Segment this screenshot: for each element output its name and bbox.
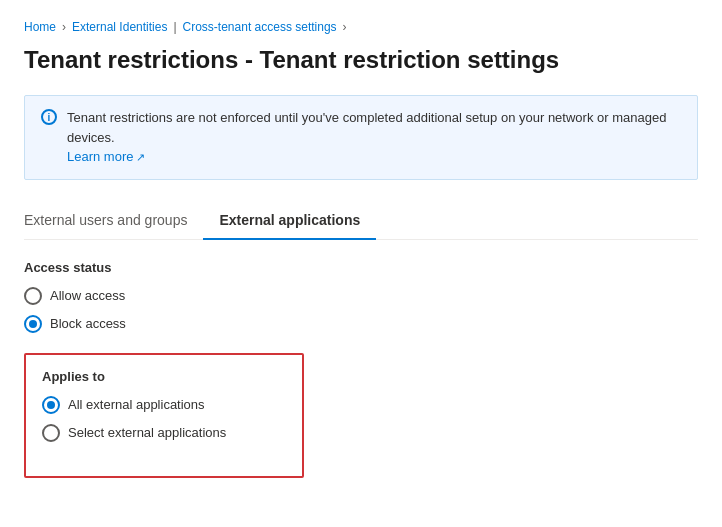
applies-to-radio-group: All external applications Select externa… xyxy=(42,396,286,442)
select-external-apps-label: Select external applications xyxy=(68,425,226,440)
access-status-radio-group: Allow access Block access xyxy=(24,287,698,333)
breadcrumb-external-identities[interactable]: External Identities xyxy=(72,20,167,34)
breadcrumb-separator-1: › xyxy=(62,20,66,34)
breadcrumb-separator-2: › xyxy=(343,20,347,34)
tab-external-users[interactable]: External users and groups xyxy=(24,204,203,240)
block-access-option[interactable]: Block access xyxy=(24,315,698,333)
applies-to-label: Applies to xyxy=(42,369,286,384)
tabs-container: External users and groups External appli… xyxy=(24,204,698,240)
block-access-radio[interactable] xyxy=(24,315,42,333)
info-icon: i xyxy=(41,109,57,125)
allow-access-label: Allow access xyxy=(50,288,125,303)
info-banner: i Tenant restrictions are not enforced u… xyxy=(24,95,698,180)
all-external-apps-label: All external applications xyxy=(68,397,205,412)
breadcrumb-cross-tenant[interactable]: Cross-tenant access settings xyxy=(183,20,337,34)
breadcrumb: Home › External Identities | Cross-tenan… xyxy=(24,20,698,34)
access-status-label: Access status xyxy=(24,260,698,275)
tab-external-applications[interactable]: External applications xyxy=(203,204,376,240)
all-external-apps-radio[interactable] xyxy=(42,396,60,414)
info-banner-text: Tenant restrictions are not enforced unt… xyxy=(67,108,681,167)
allow-access-radio[interactable] xyxy=(24,287,42,305)
block-access-label: Block access xyxy=(50,316,126,331)
external-link-icon: ↗ xyxy=(136,149,145,166)
page-title: Tenant restrictions - Tenant restriction… xyxy=(24,44,698,75)
select-external-apps-option[interactable]: Select external applications xyxy=(42,424,286,442)
applies-to-box: Applies to All external applications Sel… xyxy=(24,353,304,478)
all-external-apps-option[interactable]: All external applications xyxy=(42,396,286,414)
select-external-apps-radio[interactable] xyxy=(42,424,60,442)
allow-access-option[interactable]: Allow access xyxy=(24,287,698,305)
learn-more-link[interactable]: Learn more ↗ xyxy=(67,147,145,167)
breadcrumb-home[interactable]: Home xyxy=(24,20,56,34)
breadcrumb-pipe: | xyxy=(173,20,176,34)
